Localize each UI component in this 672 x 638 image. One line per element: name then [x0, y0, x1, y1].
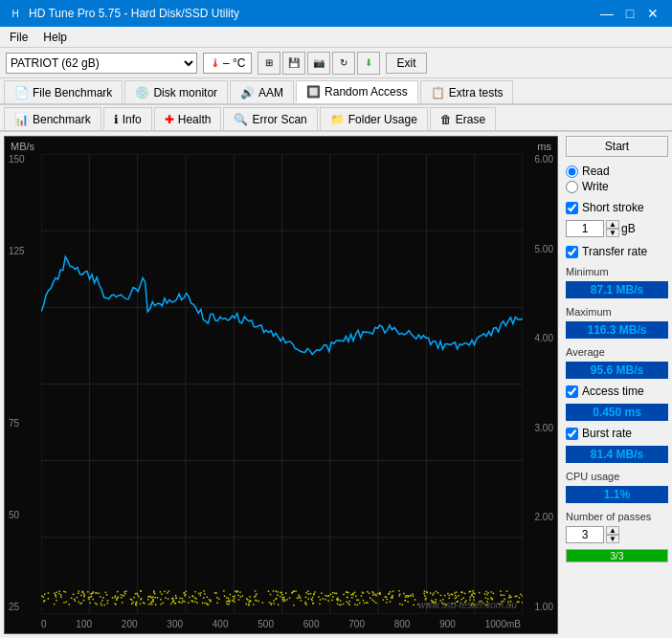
file-benchmark-icon: 📄 — [14, 86, 29, 99]
icon-btn-3[interactable]: 📷 — [307, 52, 330, 75]
short-stroke-input[interactable] — [566, 220, 604, 237]
tab-random-access[interactable]: 🔲 Random Access — [296, 80, 418, 103]
maximum-value: 116.3 MB/s — [566, 321, 668, 339]
tab-erase[interactable]: 🗑 Erase — [430, 107, 496, 130]
write-radio-label[interactable]: Write — [566, 180, 668, 193]
tab-disk-monitor[interactable]: 💿 Disk monitor — [124, 80, 228, 103]
burst-rate-checkbox[interactable] — [566, 428, 578, 440]
error-scan-icon: 🔍 — [234, 113, 248, 126]
transfer-rate-checkbox-label[interactable]: Transfer rate — [566, 245, 668, 258]
maximum-label: Maximum — [566, 306, 668, 318]
short-stroke-down[interactable]: ▼ — [606, 229, 619, 237]
toolbar-icons: ⊞ 💾 📷 ↻ ⬇ — [258, 52, 380, 75]
minimize-button[interactable]: — — [595, 4, 618, 23]
passes-down[interactable]: ▼ — [606, 535, 619, 543]
info-icon: ℹ — [114, 113, 119, 126]
y-right-6: 6.00 — [523, 154, 553, 165]
short-stroke-unit: gB — [621, 222, 636, 235]
menu-bar: File Help — [0, 27, 672, 48]
aam-icon: 🔊 — [240, 86, 255, 99]
read-write-group: Read Write — [566, 165, 668, 193]
tab-error-scan[interactable]: 🔍 Error Scan — [223, 107, 317, 130]
tab-health[interactable]: ✚ Health — [154, 107, 222, 130]
y-axis-left: 150 125 75 50 25 — [7, 154, 41, 612]
access-time-value: 0.450 ms — [566, 404, 668, 421]
toolbar: PATRIOT (62 gB) 🌡 – °C ⊞ 💾 📷 ↻ ⬇ Exit — [0, 48, 672, 78]
passes-spinner-row: ▲ ▼ — [566, 526, 668, 543]
tab-info[interactable]: ℹ Info — [103, 107, 152, 130]
transfer-rate-checkbox[interactable] — [566, 246, 578, 258]
icon-btn-5[interactable]: ⬇ — [357, 52, 380, 75]
y-left-125: 125 — [9, 246, 39, 256]
chart-y-left-label: MB/s — [11, 141, 34, 152]
average-value: 95.6 MB/s — [566, 362, 668, 379]
tab-benchmark[interactable]: 📊 Benchmark — [4, 107, 101, 130]
short-stroke-checkbox-label[interactable]: Short stroke — [566, 201, 668, 214]
access-time-checkbox-label[interactable]: Access time — [566, 385, 668, 398]
burst-rate-value: 81.4 MB/s — [566, 446, 668, 463]
maximize-button[interactable]: □ — [618, 4, 641, 23]
tab-file-benchmark[interactable]: 📄 File Benchmark — [4, 80, 123, 103]
short-stroke-up[interactable]: ▲ — [606, 220, 619, 229]
right-panel: Start Read Write Short stroke ▲ ▼ gB — [562, 132, 672, 638]
x-700: 700 — [348, 619, 365, 629]
short-stroke-spinner-btns: ▲ ▼ — [606, 220, 619, 237]
progress-bar-container: 3/3 — [566, 549, 668, 562]
app-title: HD Tune Pro 5.75 - Hard Disk/SSD Utility — [29, 7, 239, 20]
file-menu[interactable]: File — [4, 29, 34, 46]
erase-icon: 🗑 — [440, 113, 452, 126]
write-radio[interactable] — [566, 181, 578, 193]
tab-bar-top: 📄 File Benchmark 💿 Disk monitor 🔊 AAM 🔲 … — [0, 78, 672, 105]
x-300: 300 — [167, 619, 183, 629]
icon-btn-2[interactable]: 💾 — [282, 52, 305, 75]
app-icon: H — [8, 6, 23, 21]
x-900: 900 — [439, 619, 456, 629]
short-stroke-spinner-row: ▲ ▼ gB — [566, 220, 668, 237]
y-left-25: 25 — [9, 602, 39, 612]
help-menu[interactable]: Help — [37, 29, 73, 46]
y-left-75: 75 — [9, 418, 39, 429]
passes-up[interactable]: ▲ — [606, 526, 619, 535]
passes-input[interactable] — [566, 526, 604, 543]
cpu-usage-label: CPU usage — [566, 471, 668, 482]
progress-text: 3/3 — [567, 550, 667, 562]
chart-container: MB/s ms 150 125 75 50 25 6.00 5.00 4.00 … — [4, 136, 558, 634]
x-axis: 0 100 200 300 400 500 600 700 800 900 10… — [41, 619, 521, 629]
passes-spinner-btns: ▲ ▼ — [606, 526, 619, 543]
tab-aam[interactable]: 🔊 AAM — [230, 80, 294, 103]
y-left-50: 50 — [9, 510, 39, 520]
benchmark-icon: 📊 — [14, 113, 29, 126]
title-bar: H HD Tune Pro 5.75 - Hard Disk/SSD Utili… — [0, 0, 672, 27]
short-stroke-checkbox[interactable] — [566, 202, 578, 214]
folder-usage-icon: 📁 — [330, 113, 345, 126]
burst-rate-checkbox-label[interactable]: Burst rate — [566, 427, 668, 440]
icon-btn-4[interactable]: ↻ — [332, 52, 355, 75]
minimum-value: 87.1 MB/s — [566, 281, 668, 298]
watermark: www.ssd-tester.com.au — [418, 600, 517, 610]
drive-select[interactable]: PATRIOT (62 gB) — [6, 53, 197, 74]
access-time-checkbox[interactable] — [566, 385, 578, 398]
close-button[interactable]: ✕ — [641, 4, 664, 23]
x-1000: 1000mB — [485, 619, 521, 629]
y-axis-right: 6.00 5.00 4.00 3.00 2.00 1.00 — [521, 154, 555, 612]
tab-folder-usage[interactable]: 📁 Folder Usage — [320, 107, 428, 130]
exit-button[interactable]: Exit — [386, 53, 426, 74]
start-button[interactable]: Start — [566, 136, 668, 157]
random-access-icon: 🔲 — [306, 85, 321, 99]
chart-y-right-label: ms — [537, 141, 551, 152]
tab-extra-tests[interactable]: 📋 Extra tests — [420, 80, 514, 103]
x-400: 400 — [213, 619, 229, 629]
disk-monitor-icon: 💿 — [135, 86, 149, 99]
average-label: Average — [566, 346, 668, 358]
x-800: 800 — [394, 619, 411, 629]
chart-canvas — [41, 154, 523, 614]
icon-btn-1[interactable]: ⊞ — [258, 52, 280, 75]
x-600: 600 — [303, 619, 320, 629]
temp-display: 🌡 – °C — [203, 53, 252, 74]
read-radio-label[interactable]: Read — [566, 165, 668, 178]
read-radio[interactable] — [566, 165, 578, 178]
x-100: 100 — [76, 619, 92, 629]
y-right-3: 3.00 — [523, 423, 553, 433]
main-content: MB/s ms 150 125 75 50 25 6.00 5.00 4.00 … — [0, 132, 672, 638]
health-icon: ✚ — [165, 113, 174, 126]
